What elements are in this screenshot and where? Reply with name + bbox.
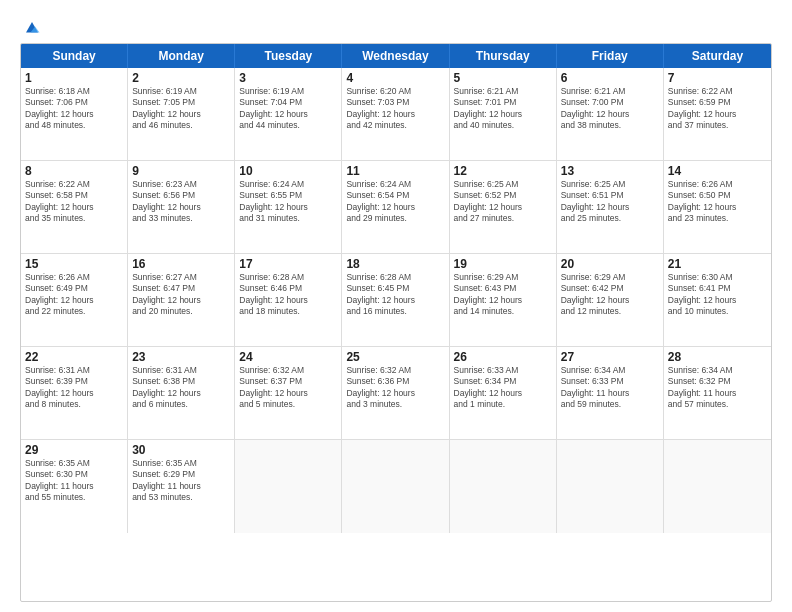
day-info: Sunrise: 6:23 AM Sunset: 6:56 PM Dayligh… <box>132 179 230 225</box>
day-info: Sunrise: 6:30 AM Sunset: 6:41 PM Dayligh… <box>668 272 767 318</box>
day-number: 24 <box>239 350 337 364</box>
day-number: 26 <box>454 350 552 364</box>
day-cell-15: 15Sunrise: 6:26 AM Sunset: 6:49 PM Dayli… <box>21 254 128 346</box>
week-row-5: 29Sunrise: 6:35 AM Sunset: 6:30 PM Dayli… <box>21 440 771 533</box>
day-info: Sunrise: 6:28 AM Sunset: 6:46 PM Dayligh… <box>239 272 337 318</box>
week-row-4: 22Sunrise: 6:31 AM Sunset: 6:39 PM Dayli… <box>21 347 771 440</box>
day-cell-4: 4Sunrise: 6:20 AM Sunset: 7:03 PM Daylig… <box>342 68 449 160</box>
day-number: 5 <box>454 71 552 85</box>
day-cell-23: 23Sunrise: 6:31 AM Sunset: 6:38 PM Dayli… <box>128 347 235 439</box>
day-number: 1 <box>25 71 123 85</box>
day-number: 19 <box>454 257 552 271</box>
header-day-wednesday: Wednesday <box>342 44 449 68</box>
day-info: Sunrise: 6:21 AM Sunset: 7:01 PM Dayligh… <box>454 86 552 132</box>
day-info: Sunrise: 6:28 AM Sunset: 6:45 PM Dayligh… <box>346 272 444 318</box>
day-number: 9 <box>132 164 230 178</box>
day-cell-13: 13Sunrise: 6:25 AM Sunset: 6:51 PM Dayli… <box>557 161 664 253</box>
day-number: 21 <box>668 257 767 271</box>
day-cell-26: 26Sunrise: 6:33 AM Sunset: 6:34 PM Dayli… <box>450 347 557 439</box>
day-number: 30 <box>132 443 230 457</box>
day-number: 7 <box>668 71 767 85</box>
day-info: Sunrise: 6:35 AM Sunset: 6:30 PM Dayligh… <box>25 458 123 504</box>
day-info: Sunrise: 6:26 AM Sunset: 6:49 PM Dayligh… <box>25 272 123 318</box>
day-number: 15 <box>25 257 123 271</box>
day-info: Sunrise: 6:22 AM Sunset: 6:59 PM Dayligh… <box>668 86 767 132</box>
day-cell-5: 5Sunrise: 6:21 AM Sunset: 7:01 PM Daylig… <box>450 68 557 160</box>
day-number: 14 <box>668 164 767 178</box>
day-info: Sunrise: 6:18 AM Sunset: 7:06 PM Dayligh… <box>25 86 123 132</box>
day-cell-30: 30Sunrise: 6:35 AM Sunset: 6:29 PM Dayli… <box>128 440 235 533</box>
day-cell-28: 28Sunrise: 6:34 AM Sunset: 6:32 PM Dayli… <box>664 347 771 439</box>
day-number: 12 <box>454 164 552 178</box>
day-info: Sunrise: 6:33 AM Sunset: 6:34 PM Dayligh… <box>454 365 552 411</box>
day-cell-10: 10Sunrise: 6:24 AM Sunset: 6:55 PM Dayli… <box>235 161 342 253</box>
day-info: Sunrise: 6:26 AM Sunset: 6:50 PM Dayligh… <box>668 179 767 225</box>
day-cell-17: 17Sunrise: 6:28 AM Sunset: 6:46 PM Dayli… <box>235 254 342 346</box>
empty-cell <box>342 440 449 533</box>
header-day-tuesday: Tuesday <box>235 44 342 68</box>
day-cell-18: 18Sunrise: 6:28 AM Sunset: 6:45 PM Dayli… <box>342 254 449 346</box>
day-cell-7: 7Sunrise: 6:22 AM Sunset: 6:59 PM Daylig… <box>664 68 771 160</box>
day-number: 3 <box>239 71 337 85</box>
day-number: 17 <box>239 257 337 271</box>
calendar-body: 1Sunrise: 6:18 AM Sunset: 7:06 PM Daylig… <box>21 68 771 533</box>
week-row-1: 1Sunrise: 6:18 AM Sunset: 7:06 PM Daylig… <box>21 68 771 161</box>
header-day-saturday: Saturday <box>664 44 771 68</box>
day-cell-8: 8Sunrise: 6:22 AM Sunset: 6:58 PM Daylig… <box>21 161 128 253</box>
header-day-thursday: Thursday <box>450 44 557 68</box>
day-number: 4 <box>346 71 444 85</box>
day-cell-25: 25Sunrise: 6:32 AM Sunset: 6:36 PM Dayli… <box>342 347 449 439</box>
empty-cell <box>450 440 557 533</box>
day-cell-12: 12Sunrise: 6:25 AM Sunset: 6:52 PM Dayli… <box>450 161 557 253</box>
day-info: Sunrise: 6:32 AM Sunset: 6:37 PM Dayligh… <box>239 365 337 411</box>
day-info: Sunrise: 6:19 AM Sunset: 7:04 PM Dayligh… <box>239 86 337 132</box>
day-info: Sunrise: 6:24 AM Sunset: 6:55 PM Dayligh… <box>239 179 337 225</box>
header <box>20 18 772 35</box>
day-cell-2: 2Sunrise: 6:19 AM Sunset: 7:05 PM Daylig… <box>128 68 235 160</box>
day-cell-16: 16Sunrise: 6:27 AM Sunset: 6:47 PM Dayli… <box>128 254 235 346</box>
day-cell-27: 27Sunrise: 6:34 AM Sunset: 6:33 PM Dayli… <box>557 347 664 439</box>
day-info: Sunrise: 6:19 AM Sunset: 7:05 PM Dayligh… <box>132 86 230 132</box>
calendar-header: SundayMondayTuesdayWednesdayThursdayFrid… <box>21 44 771 68</box>
day-number: 6 <box>561 71 659 85</box>
day-info: Sunrise: 6:22 AM Sunset: 6:58 PM Dayligh… <box>25 179 123 225</box>
day-info: Sunrise: 6:21 AM Sunset: 7:00 PM Dayligh… <box>561 86 659 132</box>
day-number: 28 <box>668 350 767 364</box>
day-number: 13 <box>561 164 659 178</box>
empty-cell <box>557 440 664 533</box>
day-cell-1: 1Sunrise: 6:18 AM Sunset: 7:06 PM Daylig… <box>21 68 128 160</box>
page: SundayMondayTuesdayWednesdayThursdayFrid… <box>0 0 792 612</box>
day-info: Sunrise: 6:34 AM Sunset: 6:33 PM Dayligh… <box>561 365 659 411</box>
day-cell-24: 24Sunrise: 6:32 AM Sunset: 6:37 PM Dayli… <box>235 347 342 439</box>
day-info: Sunrise: 6:24 AM Sunset: 6:54 PM Dayligh… <box>346 179 444 225</box>
day-cell-22: 22Sunrise: 6:31 AM Sunset: 6:39 PM Dayli… <box>21 347 128 439</box>
day-number: 10 <box>239 164 337 178</box>
empty-cell <box>235 440 342 533</box>
day-cell-14: 14Sunrise: 6:26 AM Sunset: 6:50 PM Dayli… <box>664 161 771 253</box>
day-cell-19: 19Sunrise: 6:29 AM Sunset: 6:43 PM Dayli… <box>450 254 557 346</box>
day-number: 2 <box>132 71 230 85</box>
logo-icon <box>22 19 42 37</box>
day-number: 25 <box>346 350 444 364</box>
empty-cell <box>664 440 771 533</box>
day-info: Sunrise: 6:31 AM Sunset: 6:39 PM Dayligh… <box>25 365 123 411</box>
header-day-friday: Friday <box>557 44 664 68</box>
day-info: Sunrise: 6:34 AM Sunset: 6:32 PM Dayligh… <box>668 365 767 411</box>
day-info: Sunrise: 6:25 AM Sunset: 6:51 PM Dayligh… <box>561 179 659 225</box>
day-number: 27 <box>561 350 659 364</box>
day-cell-11: 11Sunrise: 6:24 AM Sunset: 6:54 PM Dayli… <box>342 161 449 253</box>
day-cell-20: 20Sunrise: 6:29 AM Sunset: 6:42 PM Dayli… <box>557 254 664 346</box>
day-number: 11 <box>346 164 444 178</box>
day-number: 22 <box>25 350 123 364</box>
day-info: Sunrise: 6:29 AM Sunset: 6:43 PM Dayligh… <box>454 272 552 318</box>
header-day-sunday: Sunday <box>21 44 128 68</box>
day-cell-21: 21Sunrise: 6:30 AM Sunset: 6:41 PM Dayli… <box>664 254 771 346</box>
day-cell-3: 3Sunrise: 6:19 AM Sunset: 7:04 PM Daylig… <box>235 68 342 160</box>
week-row-3: 15Sunrise: 6:26 AM Sunset: 6:49 PM Dayli… <box>21 254 771 347</box>
day-info: Sunrise: 6:27 AM Sunset: 6:47 PM Dayligh… <box>132 272 230 318</box>
day-info: Sunrise: 6:20 AM Sunset: 7:03 PM Dayligh… <box>346 86 444 132</box>
day-cell-29: 29Sunrise: 6:35 AM Sunset: 6:30 PM Dayli… <box>21 440 128 533</box>
logo <box>20 18 42 35</box>
day-number: 29 <box>25 443 123 457</box>
day-info: Sunrise: 6:31 AM Sunset: 6:38 PM Dayligh… <box>132 365 230 411</box>
